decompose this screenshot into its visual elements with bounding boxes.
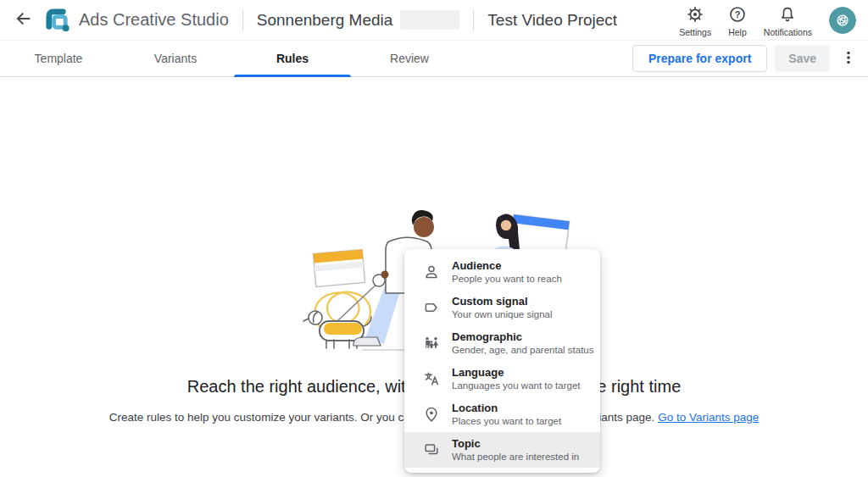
location-pin-icon xyxy=(423,406,440,423)
help-label: Help xyxy=(728,27,747,37)
translate-icon xyxy=(423,370,440,387)
app-title: Ads Creative Studio xyxy=(79,10,229,30)
bell-icon xyxy=(779,6,796,25)
header-actions: Settings ? Help xyxy=(679,3,868,37)
tab-review[interactable]: Review xyxy=(351,41,468,76)
more-options-button[interactable] xyxy=(837,45,860,72)
back-button[interactable] xyxy=(12,9,34,31)
rule-type-menu: Audience People you want to reach Custom… xyxy=(404,249,600,473)
help-button[interactable]: ? Help xyxy=(728,6,747,37)
menu-item-audience[interactable]: Audience People you want to reach xyxy=(404,254,600,290)
account-name: Sonnenberg Media xyxy=(257,11,393,30)
menu-item-subtitle: Languages you want to target xyxy=(452,380,581,392)
person-icon xyxy=(423,263,440,280)
menu-item-subtitle: People you want to reach xyxy=(452,273,562,286)
menu-item-subtitle: Your own unique signal xyxy=(452,308,553,321)
ads-creative-studio-logo-icon xyxy=(44,7,70,33)
settings-label: Settings xyxy=(679,27,711,37)
notifications-label: Notifications xyxy=(764,27,812,37)
menu-item-title: Custom signal xyxy=(452,295,553,308)
help-icon: ? xyxy=(729,6,746,25)
redacted-text-block xyxy=(400,10,459,30)
menu-item-title: Topic xyxy=(452,437,579,451)
menu-item-subtitle: Gender, age, and parental status xyxy=(452,344,588,357)
tab-variants[interactable]: Variants xyxy=(117,41,234,76)
tabs: Template Variants Rules Review xyxy=(0,41,468,76)
menu-item-title: Demographic xyxy=(452,330,588,344)
menu-item-title: Language xyxy=(452,366,581,380)
go-to-variants-link[interactable]: Go to Variants page xyxy=(658,411,759,424)
menu-item-subtitle: What people are interested in xyxy=(452,451,579,463)
prepare-for-export-button[interactable]: Prepare for export xyxy=(632,45,767,72)
svg-text:?: ? xyxy=(735,9,741,19)
avatar[interactable] xyxy=(829,7,856,34)
menu-item-custom-signal[interactable]: Custom signal Your own unique signal xyxy=(404,290,600,325)
tabbar-actions: Prepare for export Save xyxy=(632,41,868,76)
kebab-icon xyxy=(841,50,856,68)
menu-item-location[interactable]: Location Places you want to target xyxy=(404,397,600,432)
header-divider xyxy=(242,9,243,31)
tab-rules[interactable]: Rules xyxy=(234,41,351,76)
menu-item-title: Location xyxy=(452,402,561,415)
project-tabbar: Template Variants Rules Review Prepare f… xyxy=(0,41,868,77)
ads-creative-studio-app: Ads Creative Studio Sonnenberg Media Tes… xyxy=(0,0,868,477)
menu-item-subtitle: Places you want to target xyxy=(452,415,561,428)
label-icon xyxy=(423,299,440,316)
tab-template[interactable]: Template xyxy=(0,41,117,76)
save-button[interactable]: Save xyxy=(775,45,830,72)
gear-icon xyxy=(687,6,704,25)
menu-item-topic[interactable]: Topic What people are interested in xyxy=(404,432,600,468)
chat-icon xyxy=(423,441,440,458)
arrow-left-icon xyxy=(14,9,32,31)
app-header: Ads Creative Studio Sonnenberg Media Tes… xyxy=(0,0,868,41)
project-title: Test Video Project xyxy=(487,11,617,30)
menu-item-language[interactable]: Language Languages you want to target xyxy=(404,361,600,397)
family-icon xyxy=(423,335,440,352)
menu-item-title: Audience xyxy=(452,259,562,273)
menu-item-demographic[interactable]: Demographic Gender, age, and parental st… xyxy=(404,325,600,361)
header-divider xyxy=(473,9,474,31)
notifications-button[interactable]: Notifications xyxy=(764,6,812,37)
settings-button[interactable]: Settings xyxy=(679,6,711,37)
